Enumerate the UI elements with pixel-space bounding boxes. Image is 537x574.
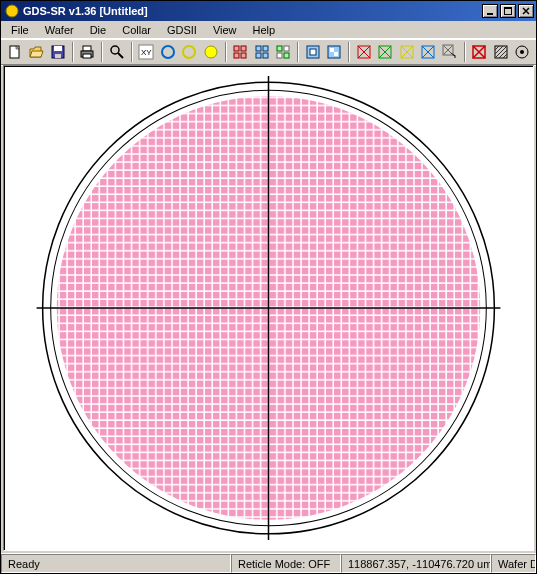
menubar: File Wafer Die Collar GDSII View Help <box>1 21 536 39</box>
svg-rect-18 <box>241 46 246 51</box>
die1-icon[interactable] <box>303 41 323 63</box>
svg-point-0 <box>6 5 18 17</box>
circle-blue-icon[interactable] <box>158 41 178 63</box>
save-icon[interactable] <box>48 41 68 63</box>
svg-rect-17 <box>234 46 239 51</box>
status-coords: 118867.357, -110476.720 um <box>341 554 491 573</box>
menu-file[interactable]: File <box>3 23 37 37</box>
maximize-button[interactable] <box>500 4 516 18</box>
toolbar-separator <box>348 42 350 62</box>
svg-rect-10 <box>83 54 91 58</box>
svg-point-14 <box>162 46 174 58</box>
menu-gdsii[interactable]: GDSII <box>159 23 205 37</box>
hatch-icon[interactable] <box>491 41 511 63</box>
die2-icon[interactable] <box>325 41 345 63</box>
toolbar-separator <box>225 42 227 62</box>
svg-rect-23 <box>256 53 261 58</box>
circle-yellow-fill-icon[interactable] <box>201 41 221 63</box>
collar-blue-icon[interactable] <box>419 41 439 63</box>
window-controls <box>482 4 534 18</box>
menu-wafer[interactable]: Wafer <box>37 23 82 37</box>
svg-rect-6 <box>54 46 62 51</box>
menu-help[interactable]: Help <box>245 23 284 37</box>
svg-rect-24 <box>263 53 268 58</box>
grid2-icon[interactable] <box>252 41 272 63</box>
menu-collar[interactable]: Collar <box>114 23 159 37</box>
wafer-view[interactable] <box>4 66 533 550</box>
xy-icon[interactable]: XY <box>137 41 157 63</box>
svg-rect-19 <box>234 53 239 58</box>
svg-rect-8 <box>83 46 91 51</box>
status-wafer: Wafer D <box>491 554 536 573</box>
svg-rect-30 <box>310 49 316 55</box>
print-icon[interactable] <box>78 41 98 63</box>
grid3-icon[interactable] <box>274 41 294 63</box>
svg-text:XY: XY <box>141 48 152 57</box>
menu-view[interactable]: View <box>205 23 245 37</box>
titlebar: GDS-SR v1.36 [Untitled] <box>1 1 536 21</box>
svg-rect-1 <box>487 13 493 15</box>
svg-rect-28 <box>284 53 289 58</box>
collar-yellow-icon[interactable] <box>397 41 417 63</box>
toolbar-separator <box>101 42 103 62</box>
app-window: GDS-SR v1.36 [Untitled] File Wafer Die C… <box>0 0 537 574</box>
svg-rect-3 <box>504 7 512 9</box>
toolbar-separator <box>297 42 299 62</box>
minimize-button[interactable] <box>482 4 498 18</box>
svg-point-15 <box>183 46 195 58</box>
drill-icon[interactable] <box>513 41 533 63</box>
collar-red-icon[interactable] <box>354 41 374 63</box>
toolbar-separator <box>464 42 466 62</box>
svg-rect-22 <box>263 46 268 51</box>
toolbar: XY <box>1 39 536 65</box>
menu-die[interactable]: Die <box>82 23 115 37</box>
zoom-icon[interactable] <box>107 41 127 63</box>
svg-rect-26 <box>284 46 289 51</box>
svg-point-11 <box>111 46 119 54</box>
svg-rect-33 <box>334 52 338 56</box>
canvas[interactable] <box>3 65 534 551</box>
grid1-icon[interactable] <box>231 41 251 63</box>
window-title: GDS-SR v1.36 [Untitled] <box>23 5 482 17</box>
open-icon[interactable] <box>27 41 47 63</box>
svg-rect-27 <box>277 53 282 58</box>
collar-pointer-icon[interactable] <box>440 41 460 63</box>
svg-point-42 <box>520 50 524 54</box>
svg-rect-20 <box>241 53 246 58</box>
circle-yellow-outline-icon[interactable] <box>180 41 200 63</box>
new-icon[interactable] <box>5 41 25 63</box>
svg-rect-21 <box>256 46 261 51</box>
collar-green-icon[interactable] <box>376 41 396 63</box>
svg-rect-32 <box>330 48 334 52</box>
status-ready: Ready <box>1 554 231 573</box>
svg-rect-7 <box>55 54 61 58</box>
statusbar: Ready Reticle Mode: OFF 118867.357, -110… <box>1 553 536 573</box>
toolbar-separator <box>131 42 133 62</box>
svg-rect-25 <box>277 46 282 51</box>
status-reticle: Reticle Mode: OFF <box>231 554 341 573</box>
close-button[interactable] <box>518 4 534 18</box>
toolbar-separator <box>72 42 74 62</box>
gds-red-icon[interactable] <box>470 41 490 63</box>
svg-point-16 <box>205 46 217 58</box>
app-icon <box>5 4 19 18</box>
